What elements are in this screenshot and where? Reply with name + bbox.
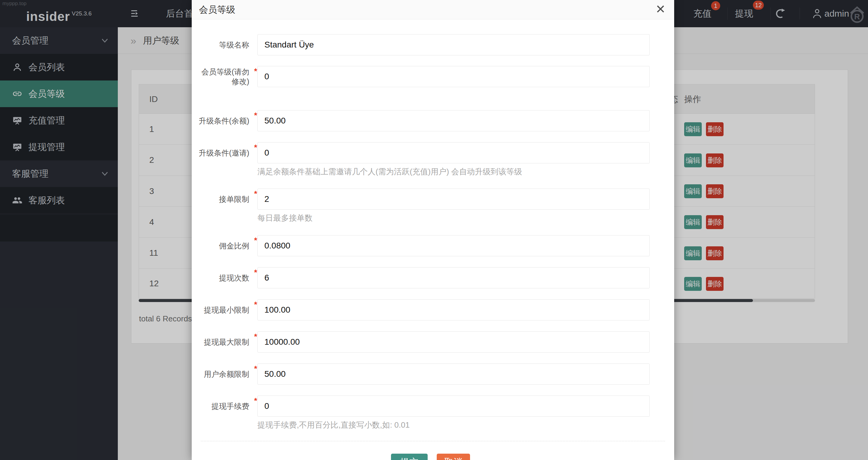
modal-field-row: 佣金比例* [192,235,674,256]
required-asterisk: * [254,235,257,245]
required-asterisk: * [254,110,257,120]
field-label: 提现最大限制* [195,331,249,353]
field-label-text: 佣金比例 [219,241,249,251]
field-label: 升级条件(余额)* [195,110,249,131]
field-input[interactable] [257,235,650,256]
form-divider [201,441,665,441]
field-label-text: 升级条件(余额) [199,116,249,126]
field-input[interactable] [257,299,650,321]
field-hint: 提现手续费,不用百分比,直接写小数,如: 0.01 [257,420,410,430]
field-input[interactable] [257,331,650,353]
field-input[interactable] [257,34,650,55]
field-label-text: 提现次数 [219,273,249,283]
field-label: 会员等级(请勿修改)* [195,66,249,87]
field-label-text: 等级名称 [219,40,249,50]
field-label-text: 用户余额限制 [204,369,249,379]
field-label-text: 升级条件(邀请) [199,148,249,158]
modal-field-row: 提现手续费*提现手续费,不用百分比,直接写小数,如: 0.01 [192,396,674,417]
field-input[interactable] [257,110,650,131]
modal-field-row: 会员等级(请勿修改)* [192,66,674,87]
field-input[interactable] [257,142,650,163]
field-hint: 每日最多接单数 [257,213,313,223]
field-label-text: 提现手续费 [211,401,249,411]
field-label: 等级名称 [195,34,249,55]
modal-field-row: 用户余额限制* [192,363,674,385]
required-asterisk: * [254,66,257,76]
required-asterisk: * [254,332,257,341]
submit-button[interactable]: 提交 [391,454,428,460]
field-input[interactable] [257,396,650,417]
modal-field-row: 提现最大限制* [192,331,674,353]
modal-title: 会员等级 [199,0,235,20]
field-label: 提现最小限制* [195,299,249,321]
field-input[interactable] [257,363,650,385]
field-label-text: 接单限制 [219,194,249,204]
member-level-modal: 会员等级 × 等级名称会员等级(请勿修改)*升级条件(余额)*升级条件(邀请)*… [192,0,674,460]
modal-header: 会员等级 × [192,0,674,20]
required-asterisk: * [254,189,257,199]
required-asterisk: * [254,300,257,309]
page: { "brand": { "name": "insider", "version… [0,0,868,460]
field-label: 提现次数* [195,267,249,288]
required-asterisk: * [254,142,257,152]
field-input[interactable] [257,66,650,87]
modal-field-row: 升级条件(余额)* [192,110,674,131]
modal-field-row: 提现最小限制* [192,299,674,321]
modal-field-row: 提现次数* [192,267,674,288]
close-icon[interactable]: × [656,0,665,20]
field-label: 提现手续费* [195,396,249,417]
required-asterisk: * [254,364,257,373]
field-input[interactable] [257,267,650,288]
field-label: 接单限制* [195,189,249,210]
field-label: 佣金比例* [195,235,249,256]
field-input[interactable] [257,189,650,210]
modal-field-row: 升级条件(邀请)*满足余额条件基础上需邀请几个人(需为活跃(充值)用户) 会自动… [192,142,674,163]
required-asterisk: * [254,396,257,405]
field-label-text: 提现最小限制 [204,305,249,315]
field-hint: 满足余额条件基础上需邀请几个人(需为活跃(充值)用户) 会自动升级到该等级 [257,166,522,177]
modal-field-row: 等级名称 [192,34,674,55]
field-label-text: 提现最大限制 [204,337,249,347]
field-label: 用户余额限制* [195,363,249,385]
field-label: 升级条件(邀请)* [195,142,249,163]
required-asterisk: * [254,267,257,277]
field-label-text: 会员等级(请勿修改) [195,67,249,86]
cancel-button[interactable]: 取消 [437,454,470,460]
modal-field-row: 接单限制*每日最多接单数 [192,189,674,210]
